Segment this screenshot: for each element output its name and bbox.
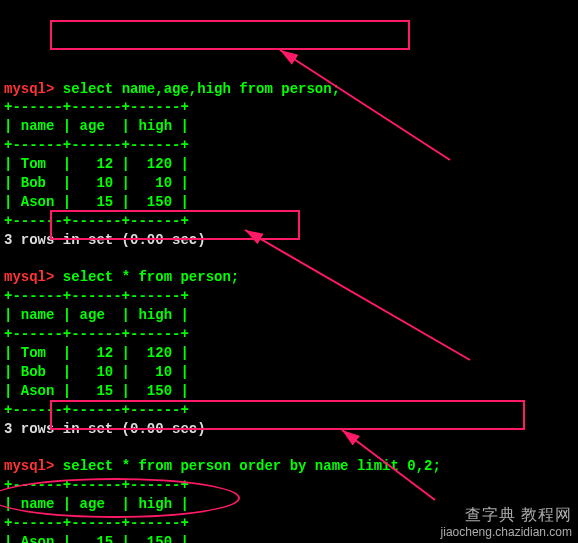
watermark: 查字典 教程网 jiaocheng.chazidian.com (441, 505, 572, 539)
table-sep: +------+------+------+ (4, 515, 189, 531)
table-row: | Ason | 15 | 150 | (4, 383, 189, 399)
table-sep: +------+------+------+ (4, 137, 189, 153)
query-2: select * from person; (63, 269, 239, 285)
table-row: | Ason | 15 | 150 | (4, 194, 189, 210)
query-3: select * from person order by name limit… (63, 458, 441, 474)
table-row: | Bob | 10 | 10 | (4, 364, 189, 380)
table-row: | Tom | 12 | 120 | (4, 156, 189, 172)
row-count: 3 rows in set (0.00 sec) (4, 232, 206, 248)
mysql-prompt: mysql> (4, 458, 54, 474)
table-sep: +------+------+------+ (4, 402, 189, 418)
table-header: | name | age | high | (4, 307, 189, 323)
table-sep: +------+------+------+ (4, 477, 189, 493)
table-header: | name | age | high | (4, 496, 189, 512)
table-row: | Ason | 15 | 150 | (4, 534, 189, 543)
query-1: select name,age,high from person; (63, 81, 340, 97)
table-sep: +------+------+------+ (4, 288, 189, 304)
watermark-line-2: jiaocheng.chazidian.com (441, 525, 572, 539)
mysql-prompt: mysql> (4, 269, 54, 285)
table-row: | Tom | 12 | 120 | (4, 345, 189, 361)
table-sep: +------+------+------+ (4, 213, 189, 229)
table-sep: +------+------+------+ (4, 326, 189, 342)
watermark-line-1: 查字典 教程网 (441, 505, 572, 524)
table-sep: +------+------+------+ (4, 99, 189, 115)
table-row: | Bob | 10 | 10 | (4, 175, 189, 191)
row-count: 3 rows in set (0.00 sec) (4, 421, 206, 437)
terminal-output: mysql> select name,age,high from person;… (4, 4, 574, 543)
mysql-prompt: mysql> (4, 81, 54, 97)
table-header: | name | age | high | (4, 118, 189, 134)
